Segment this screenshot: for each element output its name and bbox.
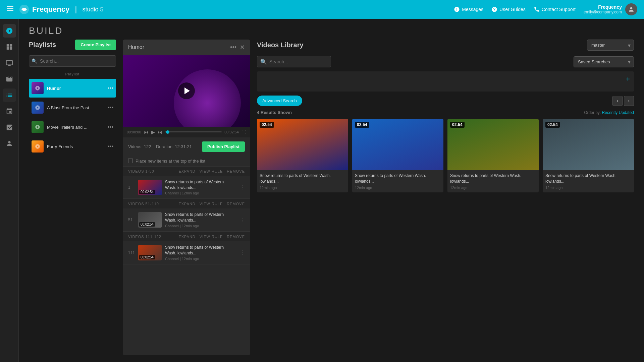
- section-view-rule-3[interactable]: VIEW RULE: [200, 235, 223, 239]
- section-range-1: VIDEOS 1-50: [128, 169, 154, 173]
- video-section-1-50: VIDEOS 1-50 EXPAND VIEW RULE REMOVE 1: [123, 166, 250, 199]
- video-controls: 00:00:00 ⏮ ▶ ⏭ 00:02:54 ⛶: [123, 127, 250, 137]
- sidebar-item-grid[interactable]: [3, 40, 16, 54]
- item-duration-1: 00:02:54: [139, 190, 155, 194]
- contact-support-label: Contact Support: [542, 7, 576, 12]
- item-more-111[interactable]: ⋮: [239, 249, 245, 256]
- place-top-row: Place new items at the top of the list: [123, 156, 250, 166]
- item-title-51: Snow returns to parts of Western Wash. l…: [165, 212, 236, 223]
- play-pause-button[interactable]: ▶: [151, 129, 155, 135]
- video-section-111-122: VIDEOS 111-122 EXPAND VIEW RULE REMOVE 1…: [123, 232, 250, 264]
- playlist-thumb-humor: [32, 82, 44, 94]
- grid-duration-4: 02:54: [545, 122, 560, 128]
- svg-rect-0: [7, 6, 13, 7]
- create-playlist-button[interactable]: Create Playlist: [75, 40, 116, 50]
- playlist-item-movie[interactable]: Movie Trailers and ... •••: [29, 118, 116, 136]
- item-title-1: Snow returns to parts of Western Wash. l…: [165, 179, 236, 191]
- sidebar-item-film[interactable]: [3, 72, 16, 86]
- contact-support-nav[interactable]: Contact Support: [534, 6, 576, 12]
- play-button[interactable]: [178, 82, 195, 99]
- playlist-thumb-blast: [32, 102, 44, 114]
- grid-title-1: Snow returns to parts of Western Wash. l…: [260, 173, 345, 184]
- library-search-input[interactable]: [257, 56, 331, 67]
- grid-duration-3: 02:54: [450, 122, 465, 128]
- left-sidebar: [0, 19, 19, 362]
- section-expand-1[interactable]: EXPAND: [178, 169, 195, 173]
- video-item-111: 111 00:02:54 Snow returns to parts of We…: [123, 241, 250, 264]
- prev-results-button[interactable]: ‹: [612, 96, 623, 106]
- video-section-51-110: VIDEOS 51-110 EXPAND VIEW RULE REMOVE 51: [123, 199, 250, 232]
- saved-searches-select[interactable]: Saved Searches: [574, 56, 634, 67]
- playlists-title: Playlists: [29, 41, 56, 49]
- playlist-item-furry[interactable]: Furry Friends •••: [29, 137, 116, 156]
- playlist-dots-movie[interactable]: •••: [108, 124, 113, 130]
- playlist-dots-blast[interactable]: •••: [108, 105, 113, 111]
- grid-video-item-1[interactable]: 02:54 Snow returns to parts of Western W…: [257, 119, 348, 192]
- sidebar-item-list[interactable]: [3, 88, 16, 102]
- app-name: Frequency: [32, 5, 69, 14]
- playlist-dots-furry[interactable]: •••: [108, 143, 113, 149]
- editor-close-button[interactable]: ✕: [240, 44, 245, 51]
- section-remove-2[interactable]: REMOVE: [227, 202, 245, 206]
- sidebar-item-calendar[interactable]: [3, 105, 16, 118]
- item-duration-111: 00:02:54: [139, 255, 155, 259]
- page-title: BUILD: [19, 19, 644, 40]
- grid-video-item-4[interactable]: 02:54 Snow returns to parts of Western W…: [543, 119, 634, 192]
- results-count: 4 Results Shown: [257, 110, 292, 115]
- section-expand-2[interactable]: EXPAND: [178, 202, 195, 206]
- item-title-111: Snow returns to parts of Western Wash. l…: [165, 245, 236, 256]
- app-subtitle: studio 5: [82, 6, 103, 13]
- section-remove-3[interactable]: REMOVE: [227, 235, 245, 239]
- user-email: emily@company.com: [584, 10, 622, 14]
- skip-forward-button[interactable]: ⏭: [158, 129, 162, 135]
- section-expand-3[interactable]: EXPAND: [178, 235, 195, 239]
- library-title: Videos Library: [257, 41, 304, 49]
- item-meta-1: Channel | 12min ago: [165, 191, 236, 195]
- advanced-search-button[interactable]: Advanced Search: [257, 96, 302, 106]
- messages-nav[interactable]: Messages: [454, 6, 483, 12]
- playlist-item-humor[interactable]: Humor •••: [29, 79, 116, 98]
- sidebar-item-home[interactable]: [3, 24, 16, 38]
- item-num-1: 1: [128, 185, 135, 190]
- section-view-rule-1[interactable]: VIEW RULE: [200, 169, 223, 173]
- avatar[interactable]: [625, 3, 637, 15]
- hamburger-menu[interactable]: [7, 5, 13, 14]
- progress-bar[interactable]: [165, 131, 222, 132]
- grid-duration-2: 02:54: [355, 122, 369, 128]
- user-guides-nav[interactable]: User Guides: [491, 6, 526, 12]
- publish-playlist-button[interactable]: Publish Playlist: [202, 141, 245, 152]
- master-select[interactable]: master: [587, 40, 634, 51]
- playlist-thumb-movie: [32, 121, 44, 133]
- place-top-checkbox[interactable]: [128, 159, 133, 163]
- item-more-1[interactable]: ⋮: [239, 184, 245, 190]
- item-num-111: 111: [128, 250, 135, 255]
- order-by-label: Order by:: [584, 110, 601, 115]
- order-by: Order by: Recently Updated: [584, 110, 634, 115]
- filter-area: +: [257, 71, 634, 92]
- sidebar-item-analytics[interactable]: [3, 121, 16, 134]
- fullscreen-button[interactable]: ⛶: [241, 129, 246, 135]
- section-range-2: VIDEOS 51-110: [128, 202, 159, 206]
- grid-video-item-3[interactable]: 02:54 Snow returns to parts of Western W…: [447, 119, 539, 192]
- sidebar-item-user[interactable]: [3, 137, 16, 150]
- section-view-rule-2[interactable]: VIEW RULE: [200, 202, 223, 206]
- section-range-3: VIDEOS 111-122: [128, 235, 161, 239]
- skip-back-button[interactable]: ⏮: [144, 129, 149, 135]
- next-results-button[interactable]: ›: [624, 96, 634, 106]
- order-by-value: Recently Updated: [602, 110, 634, 115]
- search-actions: Advanced Search ‹ ›: [257, 96, 634, 106]
- sidebar-item-tv[interactable]: [3, 56, 16, 70]
- editor-more-button[interactable]: •••: [230, 44, 236, 51]
- playlist-item-blast[interactable]: A Blast From the Past •••: [29, 98, 116, 117]
- playlists-search-icon: 🔍: [32, 58, 37, 64]
- section-remove-1[interactable]: REMOVE: [227, 169, 245, 173]
- playlist-list: Humor ••• A Blast From the Past •••: [29, 79, 116, 156]
- add-filter-button[interactable]: +: [626, 75, 630, 83]
- grid-duration-1: 02:54: [260, 122, 274, 128]
- item-num-51: 51: [128, 218, 135, 222]
- playlists-search-input[interactable]: [29, 55, 116, 67]
- item-more-51[interactable]: ⋮: [239, 217, 245, 223]
- grid-thumb-2: 02:54: [352, 119, 443, 170]
- grid-video-item-2[interactable]: 02:54 Snow returns to parts of Western W…: [352, 119, 443, 192]
- playlist-dots-humor[interactable]: •••: [108, 85, 113, 91]
